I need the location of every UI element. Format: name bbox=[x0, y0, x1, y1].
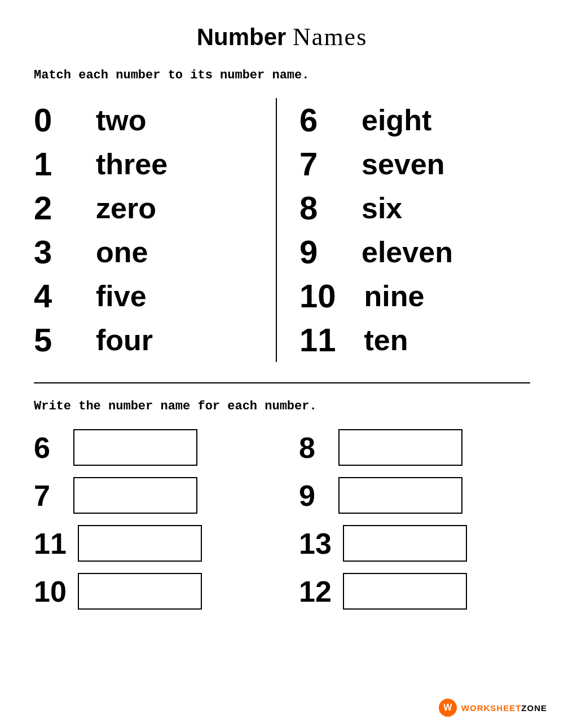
match-row: 6eight bbox=[299, 98, 530, 142]
match-number: 5 bbox=[34, 324, 68, 356]
match-row: 5four bbox=[34, 318, 265, 362]
match-row: 4five bbox=[34, 274, 265, 318]
match-number: 1 bbox=[34, 148, 68, 180]
match-row: 11ten bbox=[299, 318, 530, 362]
match-row: 9eleven bbox=[299, 230, 530, 274]
footer-logo: W bbox=[439, 699, 457, 717]
write-row: 9 bbox=[299, 477, 530, 514]
write-number: 13 bbox=[299, 529, 332, 558]
match-word: two bbox=[96, 105, 147, 135]
match-section: 0two1three2zero3one4five5four 6eight7sev… bbox=[34, 98, 530, 362]
write-row: 6 bbox=[34, 429, 265, 466]
instruction-write: Write the number name for each number. bbox=[34, 399, 530, 413]
match-number: 8 bbox=[299, 192, 333, 224]
write-row: 8 bbox=[299, 429, 530, 466]
instruction-match: Match each number to its number name. bbox=[34, 68, 530, 82]
match-number: 3 bbox=[34, 236, 68, 268]
write-number: 6 bbox=[34, 433, 62, 462]
write-row: 10 bbox=[34, 573, 265, 610]
match-number: 9 bbox=[299, 236, 333, 268]
match-number: 11 bbox=[299, 324, 336, 356]
match-word: one bbox=[96, 237, 148, 267]
match-row: 10nine bbox=[299, 274, 530, 318]
page-title: Number Names bbox=[34, 23, 530, 51]
match-row: 3one bbox=[34, 230, 265, 274]
match-number: 2 bbox=[34, 192, 68, 224]
match-column-right: 6eight7seven8six9eleven10nine11ten bbox=[277, 98, 530, 362]
write-answer-box[interactable] bbox=[73, 477, 197, 514]
match-row: 7seven bbox=[299, 142, 530, 186]
match-number: 10 bbox=[299, 280, 336, 312]
write-answer-box[interactable] bbox=[338, 429, 462, 466]
match-column-left: 0two1three2zero3one4five5four bbox=[34, 98, 277, 362]
write-row: 11 bbox=[34, 525, 265, 562]
match-row: 2zero bbox=[34, 186, 265, 230]
match-word: six bbox=[362, 193, 402, 223]
match-word: zero bbox=[96, 193, 156, 223]
write-number: 10 bbox=[34, 577, 67, 606]
write-row: 13 bbox=[299, 525, 530, 562]
write-answer-box[interactable] bbox=[343, 525, 467, 562]
match-number: 4 bbox=[34, 280, 68, 312]
footer: W WORKSHEETZONE bbox=[439, 699, 547, 717]
match-number: 6 bbox=[299, 104, 333, 136]
write-row: 12 bbox=[299, 573, 530, 610]
write-answer-box[interactable] bbox=[338, 477, 462, 514]
write-answer-box[interactable] bbox=[78, 525, 202, 562]
match-word: five bbox=[96, 281, 147, 311]
write-number: 12 bbox=[299, 577, 332, 606]
write-section: Write the number name for each number. 6… bbox=[34, 399, 530, 610]
match-row: 1three bbox=[34, 142, 265, 186]
footer-brand: WORKSHEETZONE bbox=[461, 703, 547, 713]
write-answer-box[interactable] bbox=[78, 573, 202, 610]
match-word: eight bbox=[362, 105, 431, 135]
write-grid: 687911131012 bbox=[34, 429, 530, 610]
section-divider bbox=[34, 382, 530, 383]
write-number: 8 bbox=[299, 433, 327, 462]
match-word: seven bbox=[362, 149, 444, 179]
match-word: nine bbox=[364, 281, 425, 311]
match-word: eleven bbox=[362, 237, 453, 267]
match-word: three bbox=[96, 149, 168, 179]
match-word: four bbox=[96, 325, 153, 355]
match-number: 7 bbox=[299, 148, 333, 180]
match-row: 0two bbox=[34, 98, 265, 142]
match-word: ten bbox=[364, 325, 408, 355]
write-row: 7 bbox=[34, 477, 265, 514]
write-answer-box[interactable] bbox=[343, 573, 467, 610]
write-number: 9 bbox=[299, 481, 327, 510]
write-number: 7 bbox=[34, 481, 62, 510]
write-number: 11 bbox=[34, 529, 67, 558]
write-answer-box[interactable] bbox=[73, 429, 197, 466]
match-number: 0 bbox=[34, 104, 68, 136]
match-row: 8six bbox=[299, 186, 530, 230]
